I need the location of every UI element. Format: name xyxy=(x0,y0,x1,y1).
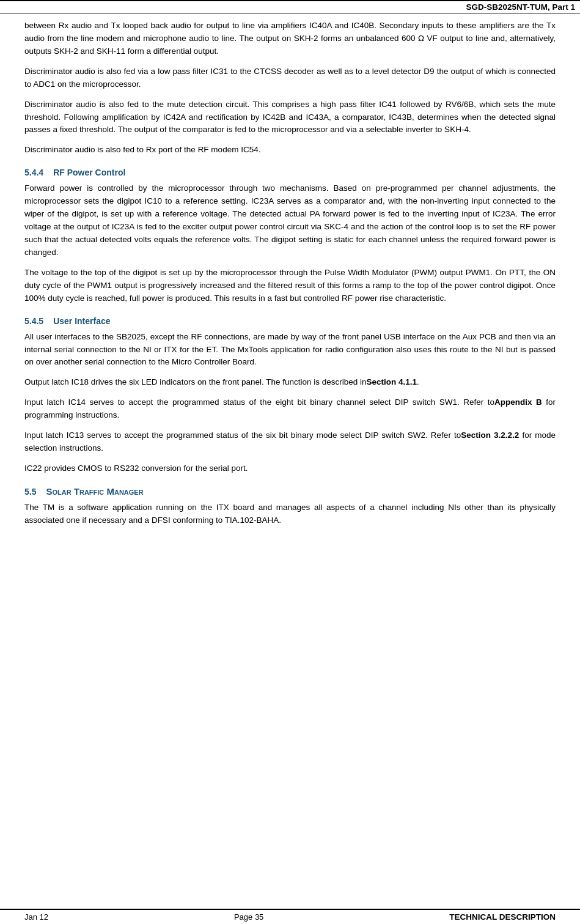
section-541-heading: 5.4.4 RF Power Control xyxy=(24,168,556,177)
paragraph-8: Output latch IC18 drives the six LED ind… xyxy=(24,376,556,389)
section-542-heading: 5.4.5 User Interface xyxy=(24,316,556,326)
para4-text: Discriminator audio is also fed to Rx po… xyxy=(24,145,260,154)
para8-end: . xyxy=(417,377,419,386)
footer-right: TECHNICAL DESCRIPTION xyxy=(449,912,556,922)
paragraph-2: Discriminator audio is also fed via a lo… xyxy=(24,65,556,91)
section-55-title: Solar Traffic Manager xyxy=(46,486,143,497)
para12-text: The TM is a software application running… xyxy=(24,503,556,525)
paragraph-11: IC22 provides CMOS to RS232 conversion f… xyxy=(24,462,556,475)
para2-text: Discriminator audio is also fed via a lo… xyxy=(24,67,556,89)
paragraph-7: All user interfaces to the SB2025, excep… xyxy=(24,331,556,369)
page-container: SGD-SB2025NT-TUM, Part 1 between Rx audi… xyxy=(0,0,580,924)
para3-text: Discriminator audio is also fed to the m… xyxy=(24,100,556,135)
section-55-num: 5.5 xyxy=(24,487,36,497)
paragraph-9: Input latch IC14 serves to accept the pr… xyxy=(24,396,556,422)
section-542-num: 5.4.5 xyxy=(24,316,43,326)
para5-text: Forward power is controlled by the micro… xyxy=(24,183,556,257)
para8-start: Output latch IC18 drives the six LED ind… xyxy=(24,377,367,386)
para10-bold: Section 3.2.2.2 xyxy=(461,431,519,440)
paragraph-5: Forward power is controlled by the micro… xyxy=(24,182,556,259)
content-area: between Rx audio and Tx looped back audi… xyxy=(0,13,580,909)
section-55-heading: 5.5 Solar Traffic Manager xyxy=(24,486,556,497)
paragraph-10: Input latch IC13 serves to accept the pr… xyxy=(24,429,556,455)
paragraph-1: between Rx audio and Tx looped back audi… xyxy=(24,20,556,58)
para7-text: All user interfaces to the SB2025, excep… xyxy=(24,332,556,367)
footer-center: Page 35 xyxy=(234,912,263,922)
para6-text: The voltage to the top of the digipot is… xyxy=(24,268,556,303)
para9-start: Input latch IC14 serves to accept the pr… xyxy=(24,397,494,407)
paragraph-4: Discriminator audio is also fed to Rx po… xyxy=(24,144,556,157)
header-title: SGD-SB2025NT-TUM, Part 1 xyxy=(466,2,575,12)
page-header: SGD-SB2025NT-TUM, Part 1 xyxy=(0,0,580,13)
para11-text: IC22 provides CMOS to RS232 conversion f… xyxy=(24,464,248,473)
para10-start: Input latch IC13 serves to accept the pr… xyxy=(24,431,461,440)
section-541-num: 5.4.4 xyxy=(24,168,43,177)
para8-bold: Section 4.1.1 xyxy=(367,377,417,386)
para1-text: between Rx audio and Tx looped back audi… xyxy=(24,21,556,56)
para9-bold: Appendix B xyxy=(494,397,542,407)
paragraph-12: The TM is a software application running… xyxy=(24,501,556,527)
section-541-title: RF Power Control xyxy=(53,168,125,177)
footer-left: Jan 12 xyxy=(24,912,48,922)
paragraph-3: Discriminator audio is also fed to the m… xyxy=(24,98,556,137)
section-542-title: User Interface xyxy=(53,316,110,326)
page-footer: Jan 12 Page 35 TECHNICAL DESCRIPTION xyxy=(0,909,580,924)
paragraph-6: The voltage to the top of the digipot is… xyxy=(24,267,556,305)
